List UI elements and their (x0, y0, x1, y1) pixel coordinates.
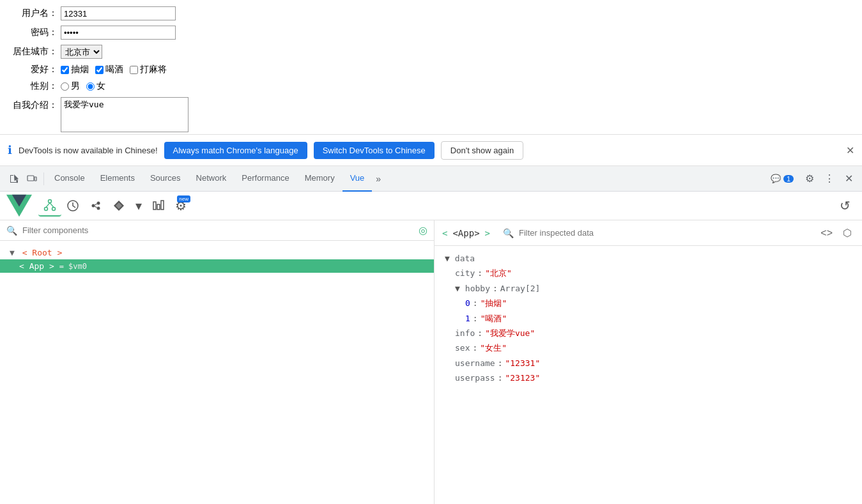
hobby-mahjong-checkbox[interactable] (130, 66, 138, 74)
hobby-label: 爱好： (10, 64, 58, 75)
gender-female-label[interactable]: 女 (86, 80, 105, 92)
svg-rect-1 (35, 177, 36, 181)
tab-elements[interactable]: Elements (93, 166, 142, 192)
inspector-filter-input[interactable] (519, 228, 813, 238)
info-icon: ℹ (8, 143, 12, 157)
inspector-lt: < (442, 228, 447, 238)
svg-line-7 (46, 203, 50, 208)
svg-line-8 (50, 203, 54, 208)
switch-to-chinese-button[interactable]: Switch DevTools to Chinese (314, 142, 435, 159)
username-input[interactable] (61, 6, 176, 20)
more-options-button[interactable]: ⋮ (820, 170, 838, 187)
hobby-1-row: 1 : "喝酒" (465, 311, 852, 326)
root-tag: < Root > (22, 248, 63, 257)
gender-male-label[interactable]: 男 (61, 80, 80, 92)
message-badge: 1 (783, 175, 794, 183)
inspector-header: < <App> > 🔍 <> ⬡ (435, 220, 862, 246)
component-filter-bar: 🔍 ◎ (0, 220, 434, 241)
always-match-language-button[interactable]: Always match Chrome's language (164, 142, 307, 159)
toolbar-right: 💬 1 ⚙ ⋮ ✕ (766, 170, 857, 187)
messages-button[interactable]: 💬 1 (766, 171, 799, 186)
hobby-0-row: 0 : "抽烟" (465, 296, 852, 310)
hobby-1-index: 1 (465, 311, 470, 326)
inspect-element-button[interactable] (5, 171, 23, 187)
password-row: 密码： (10, 26, 852, 40)
hobby-drinking-label[interactable]: 喝酒 (95, 64, 123, 75)
svg-point-4 (49, 200, 52, 203)
svg-point-11 (97, 202, 100, 205)
close-notification-button[interactable]: ✕ (846, 144, 854, 157)
component-tree: ▼ < Root > < App > = $vm0 (0, 241, 434, 504)
gender-male-radio[interactable] (61, 82, 69, 91)
app-vm-attr: = $vm0 (59, 262, 87, 271)
data-section-header[interactable]: ▼ data (445, 251, 852, 266)
hobby-drinking-checkbox[interactable] (95, 66, 104, 74)
tab-sources[interactable]: Sources (142, 166, 189, 192)
data-hobby-row[interactable]: ▼ hobby : Array[2] (455, 281, 852, 296)
hobbies-container: 抽烟 喝酒 打麻将 (61, 64, 173, 75)
userpass-value: "23123" (505, 370, 540, 385)
hobby-row: 爱好： 抽烟 喝酒 打麻将 (10, 64, 852, 75)
close-devtools-button[interactable]: ✕ (841, 170, 857, 187)
data-section-content: city : "北京" ▼ hobby : Array[2] 0 (445, 266, 852, 385)
data-inspector-panel: < <App> > 🔍 <> ⬡ ▼ data city : (435, 220, 862, 504)
tab-memory[interactable]: Memory (297, 166, 342, 192)
app-tag: < App > (19, 261, 54, 271)
svg-point-10 (92, 204, 95, 208)
hobby-smoking-checkbox[interactable] (61, 66, 69, 74)
component-tree-panel: 🔍 ◎ ▼ < Root > < App > = $vm0 (0, 220, 435, 504)
svg-point-12 (97, 207, 100, 210)
info-key: info (455, 326, 475, 340)
password-label: 密码： (10, 27, 58, 38)
city-select[interactable]: 北京市 上海市 广州市 (61, 45, 102, 59)
data-sex-row: sex : "女生" (455, 340, 852, 355)
hobby-mahjong-label[interactable]: 打麻将 (130, 64, 167, 75)
component-tree-tool-button[interactable] (38, 195, 61, 217)
info-value: "我爱学vue" (485, 326, 535, 340)
gender-male-text: 男 (71, 80, 80, 92)
inspector-search-icon: 🔍 (503, 228, 514, 238)
inspector-open-button[interactable]: ⬡ (840, 225, 854, 240)
component-filter-input[interactable] (22, 225, 413, 235)
hobby-smoking-label[interactable]: 抽烟 (61, 64, 89, 75)
tree-app-item[interactable]: < App > = $vm0 (0, 259, 434, 273)
dont-show-again-button[interactable]: Don't show again (441, 141, 523, 160)
routing-tool-button[interactable] (107, 195, 130, 216)
inspector-gt: > (485, 228, 490, 238)
routing-dropdown-button[interactable]: ▾ (130, 194, 147, 217)
refresh-tool-button[interactable]: ↺ (835, 194, 856, 217)
inspector-code-button[interactable]: <> (818, 226, 835, 240)
new-feature-button[interactable]: ⚙ new (170, 194, 192, 217)
tab-performance[interactable]: Performance (234, 166, 296, 192)
search-icon: 🔍 (6, 225, 17, 236)
tab-network[interactable]: Network (189, 166, 235, 192)
vuex-tool-button[interactable] (84, 195, 107, 216)
password-input[interactable] (61, 26, 176, 40)
svg-point-5 (45, 208, 48, 211)
city-row: 居住城市： 北京市 上海市 广州市 (10, 45, 852, 59)
gender-label: 性别： (10, 80, 58, 92)
gender-female-radio[interactable] (86, 82, 95, 91)
tab-more-button[interactable]: » (372, 166, 385, 192)
device-toggle-button[interactable] (23, 171, 41, 187)
tab-console[interactable]: Console (47, 166, 93, 192)
data-section-toggle[interactable]: ▼ (445, 251, 450, 266)
settings-button[interactable]: ⚙ (801, 170, 818, 187)
intro-label: 自我介绍： (10, 100, 58, 111)
tab-vue[interactable]: Vue (342, 166, 373, 192)
gender-female-text: 女 (96, 80, 105, 92)
hobby-toggle[interactable]: ▼ (455, 281, 460, 296)
intro-textarea[interactable]: 我爱学vue (61, 97, 189, 132)
history-tool-button[interactable] (61, 195, 84, 216)
svg-rect-0 (27, 176, 34, 181)
performance-tool-button[interactable] (147, 195, 170, 216)
refresh-icon[interactable]: ◎ (419, 224, 427, 236)
message-icon: 💬 (771, 174, 781, 183)
userpass-key: userpass (455, 370, 495, 385)
vue-logo (6, 193, 32, 218)
svg-rect-19 (161, 201, 164, 210)
vue-body: 🔍 ◎ ▼ < Root > < App > = $vm0 < <App> (0, 220, 862, 504)
page-content: 用户名： 密码： 居住城市： 北京市 上海市 广州市 爱好： 抽烟 喝酒 打麻将 (0, 0, 862, 134)
tree-root-item[interactable]: ▼ < Root > (0, 246, 434, 259)
svg-point-6 (52, 208, 56, 211)
